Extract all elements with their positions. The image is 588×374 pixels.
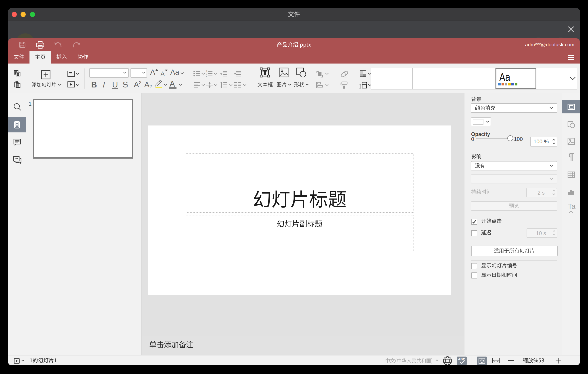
svg-text:3: 3: [206, 75, 207, 77]
